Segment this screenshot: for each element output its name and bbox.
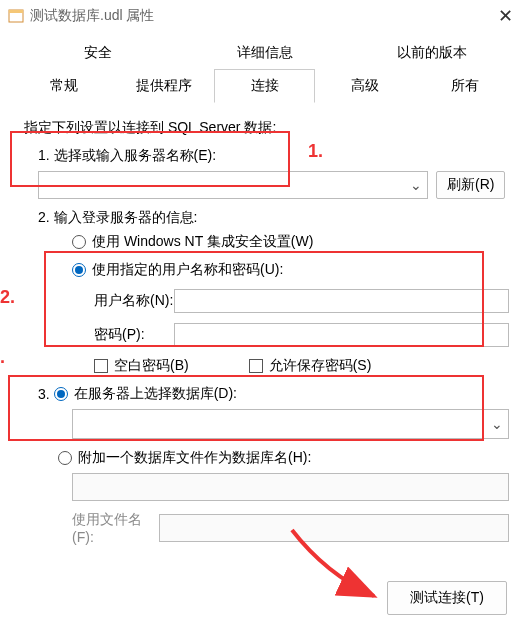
tab-general[interactable]: 常规 [14,69,114,103]
radio-select-db-label: 在服务器上选择数据库(D): [74,385,237,403]
password-input[interactable] [174,323,509,347]
chevron-down-icon: ⌄ [486,416,508,432]
annotation-num-2: 2. [0,287,15,308]
instruction-text: 指定下列设置以连接到 SQL Server 数据: [24,119,509,137]
username-input[interactable] [174,289,509,313]
tab-advanced[interactable]: 高级 [315,69,415,103]
titlebar: 测试数据库.udl 属性 ✕ [0,0,529,32]
attach-path-input [72,473,509,501]
file-icon [8,8,24,24]
radio-nt-label: 使用 Windows NT 集成安全设置(W) [92,233,313,251]
tab-all[interactable]: 所有 [415,69,515,103]
checkbox-save-pwd[interactable]: 允许保存密码(S) [249,357,372,375]
label-filename: 使用文件名(F): [72,511,159,545]
tab-connection[interactable]: 连接 [214,69,314,103]
annotation-num-3: 3. [0,347,5,368]
label-username: 用户名称(N): [94,292,174,310]
server-combo[interactable]: ⌄ [38,171,428,199]
window-title: 测试数据库.udl 属性 [30,7,490,25]
annotation-num-1: 1. [308,141,323,162]
tab-content: 指定下列设置以连接到 SQL Server 数据: 1. 选择或输入服务器名称(… [0,103,529,545]
radio-attach-file[interactable]: 附加一个数据库文件作为数据库名(H): [58,449,311,467]
test-connection-button[interactable]: 测试连接(T) [387,581,507,615]
close-icon[interactable]: ✕ [490,3,521,29]
section-login: 2. 输入登录服务器的信息: 使用 Windows NT 集成安全设置(W) 使… [38,209,509,375]
radio-pw-label: 使用指定的用户名称和密码(U): [92,261,283,279]
radio-select-db[interactable]: 在服务器上选择数据库(D): [54,385,237,403]
checkbox-icon [94,359,108,373]
database-combo[interactable]: ⌄ [72,409,509,439]
save-pwd-label: 允许保存密码(S) [269,357,372,375]
section-server: 1. 选择或输入服务器名称(E): ⌄ 刷新(R) [38,147,509,199]
checkbox-icon [249,359,263,373]
s3-prefix: 3. [38,386,50,402]
filename-input [159,514,509,542]
chevron-down-icon: ⌄ [405,177,427,193]
tab-provider[interactable]: 提供程序 [114,69,214,103]
tab-security[interactable]: 安全 [14,36,181,70]
radio-icon [58,451,72,465]
tab-strip: 安全 详细信息 以前的版本 常规 提供程序 连接 高级 所有 [0,32,529,103]
svg-rect-1 [9,10,23,13]
radio-icon [72,235,86,249]
radio-userpwd-auth[interactable]: 使用指定的用户名称和密码(U): [72,261,509,279]
tab-details[interactable]: 详细信息 [181,36,348,70]
label-login: 2. 输入登录服务器的信息: [38,209,509,227]
radio-icon [72,263,86,277]
label-password: 密码(P): [94,326,174,344]
checkbox-blank-pwd[interactable]: 空白密码(B) [94,357,189,375]
refresh-button[interactable]: 刷新(R) [436,171,505,199]
section-database: 3. 在服务器上选择数据库(D): ⌄ 附加一个数据库文件作为数据库名(H): … [38,385,509,545]
radio-nt-auth[interactable]: 使用 Windows NT 集成安全设置(W) [72,233,509,251]
tab-previous-versions[interactable]: 以前的版本 [348,36,515,70]
radio-attach-label: 附加一个数据库文件作为数据库名(H): [78,449,311,467]
radio-icon [54,387,68,401]
label-server: 1. 选择或输入服务器名称(E): [38,147,509,165]
blank-pwd-label: 空白密码(B) [114,357,189,375]
